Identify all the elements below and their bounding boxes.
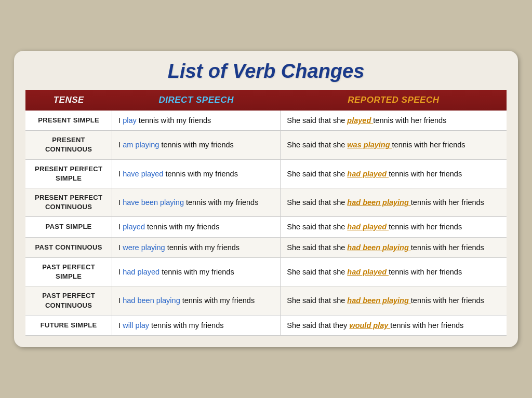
reported-verb: had been playing xyxy=(347,198,410,207)
reported-speech-cell: She said that she had played tennis with… xyxy=(281,257,507,286)
reported-speech-cell: She said that she played tennis with her… xyxy=(281,111,507,131)
tense-cell: PAST PERFECT CONTINUOUS xyxy=(25,286,112,315)
tense-cell: PAST PERFECT SIMPLE xyxy=(25,257,112,286)
direct-speech-cell: I am playing tennis with my friends xyxy=(112,131,281,159)
tense-cell: PRESENT SIMPLE xyxy=(25,111,112,131)
direct-verb: had played xyxy=(123,268,159,276)
direct-speech-cell: I have been playing tennis with my frien… xyxy=(112,188,281,217)
direct-speech-cell: I had been playing tennis with my friend… xyxy=(112,286,281,315)
page-title: List of Verb Changes xyxy=(25,60,507,83)
direct-verb: were playing xyxy=(123,243,165,252)
table-header-row: TENSE DIRECT SPEECH REPORTED SPEECH xyxy=(25,90,507,111)
table-row: PRESENT CONTINUOUSI am playing tennis wi… xyxy=(25,131,507,159)
direct-speech-cell: I were playing tennis with my friends xyxy=(112,237,281,257)
main-card: List of Verb Changes TENSE DIRECT SPEECH… xyxy=(14,51,518,347)
table-row: PRESENT PERFECT SIMPLEI have played tenn… xyxy=(25,159,507,188)
direct-verb: had been playing xyxy=(123,296,180,305)
tense-cell: PAST CONTINUOUS xyxy=(25,237,112,257)
direct-verb: play xyxy=(123,116,137,125)
reported-speech-cell: She said that she had been playing tenni… xyxy=(281,188,507,217)
reported-speech-cell: She said that she had played tennis with… xyxy=(281,217,507,237)
table-row: FUTURE SIMPLEI will play tennis with my … xyxy=(25,315,507,335)
table-row: PAST PERFECT SIMPLEI had played tennis w… xyxy=(25,257,507,286)
reported-verb: would play xyxy=(349,321,390,330)
table-row: PRESENT SIMPLEI play tennis with my frie… xyxy=(25,111,507,131)
reported-verb: had played xyxy=(347,268,389,276)
reported-verb: had played xyxy=(347,170,389,178)
tense-cell: PRESENT CONTINUOUS xyxy=(25,131,112,159)
reported-speech-cell: She said that she was playing tennis wit… xyxy=(281,131,507,159)
tense-cell: PRESENT PERFECT CONTINUOUS xyxy=(25,188,112,217)
direct-verb: will play xyxy=(123,321,149,330)
table-row: PRESENT PERFECT CONTINUOUSI have been pl… xyxy=(25,188,507,217)
table-body: PRESENT SIMPLEI play tennis with my frie… xyxy=(25,111,507,336)
reported-speech-cell: She said that she had been playing tenni… xyxy=(281,237,507,257)
table-row: PAST PERFECT CONTINUOUSI had been playin… xyxy=(25,286,507,315)
tense-cell: PAST SIMPLE xyxy=(25,217,112,237)
direct-verb: have played xyxy=(123,170,163,178)
reported-verb: played xyxy=(347,116,373,125)
header-tense: TENSE xyxy=(25,90,112,111)
reported-speech-cell: She said that she had played tennis with… xyxy=(281,159,507,188)
reported-verb: was playing xyxy=(347,141,392,149)
reported-verb: had been playing xyxy=(347,243,410,252)
tense-cell: PRESENT PERFECT SIMPLE xyxy=(25,159,112,188)
direct-speech-cell: I had played tennis with my friends xyxy=(112,257,281,286)
direct-speech-cell: I played tennis with my friends xyxy=(112,217,281,237)
direct-speech-cell: I play tennis with my friends xyxy=(112,111,281,131)
direct-speech-cell: I will play tennis with my friends xyxy=(112,315,281,335)
table-row: PAST CONTINUOUSI were playing tennis wit… xyxy=(25,237,507,257)
reported-verb: had played xyxy=(347,223,389,231)
direct-speech-cell: I have played tennis with my friends xyxy=(112,159,281,188)
reported-verb: had been playing xyxy=(347,296,410,305)
header-direct: DIRECT SPEECH xyxy=(112,90,281,111)
header-reported: REPORTED SPEECH xyxy=(281,90,507,111)
reported-speech-cell: She said that she had been playing tenni… xyxy=(281,286,507,315)
reported-speech-cell: She said that they would play tennis wit… xyxy=(281,315,507,335)
direct-verb: have been playing xyxy=(123,198,184,207)
direct-verb: am playing xyxy=(123,141,159,149)
verb-changes-table: TENSE DIRECT SPEECH REPORTED SPEECH PRES… xyxy=(25,90,507,336)
table-row: PAST SIMPLEI played tennis with my frien… xyxy=(25,217,507,237)
tense-cell: FUTURE SIMPLE xyxy=(25,315,112,335)
direct-verb: played xyxy=(123,223,145,231)
